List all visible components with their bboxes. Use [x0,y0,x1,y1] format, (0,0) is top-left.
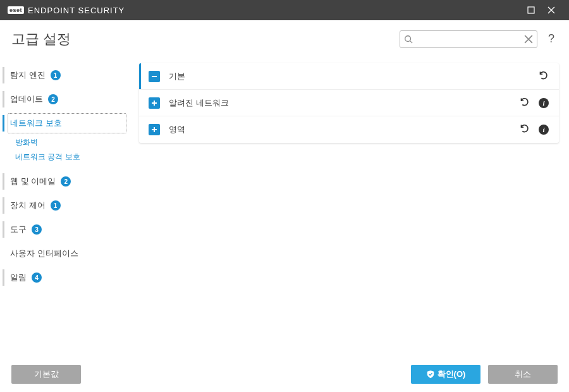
product-name: ENDPOINT SECURITY [28,6,125,15]
brand-logo: eset [8,6,24,14]
section-label: 영역 [169,124,518,135]
content-area: 기본 알려진 네트워크 i [133,58,569,357]
sidebar-item-tools[interactable]: 도구 3 [3,217,130,242]
sidebar-item-label: 사용자 인터페이스 [10,248,78,259]
info-button[interactable]: i [539,98,549,108]
badge: 1 [51,200,61,211]
search-field[interactable] [400,30,537,48]
svg-rect-2 [152,76,157,77]
clear-search-icon[interactable] [524,35,533,44]
sidebar-item-web-email[interactable]: 웹 및 이메일 2 [3,169,130,193]
badge: 3 [32,224,42,235]
header: 고급 설정 ? [0,20,569,58]
sidebar-item-label: 업데이트 [10,94,43,105]
sidebar-item-detection-engine[interactable]: 탐지 엔진 1 [3,63,130,87]
expand-toggle[interactable] [149,97,160,109]
sidebar-item-label: 네트워크 보호 [10,118,62,129]
section-zones[interactable]: 영역 i [139,116,559,143]
undo-icon [518,96,530,107]
maximize-icon [527,6,535,14]
sidebar-item-label: 탐지 엔진 [10,70,46,81]
minus-icon [151,73,157,80]
undo-button[interactable] [518,123,530,137]
undo-button[interactable] [537,70,549,83]
window-close-button[interactable] [541,0,561,20]
info-button[interactable]: i [539,125,549,135]
close-icon [548,6,555,14]
sidebar-item-device-control[interactable]: 장치 제어 1 [3,193,130,217]
sidebar-item-user-interface[interactable]: 사용자 인터페이스 [3,242,130,266]
title-bar: eset ENDPOINT SECURITY [0,0,569,20]
section-basic[interactable]: 기본 [139,63,559,90]
collapse-toggle[interactable] [149,71,160,82]
ok-button[interactable]: 확인(O) [411,365,480,384]
sidebar-item-update[interactable]: 업데이트 2 [3,87,130,111]
badge: 1 [51,70,61,80]
settings-card: 기본 알려진 네트워크 i [139,63,559,143]
default-button[interactable]: 기본값 [11,365,81,384]
ok-button-label: 확인(O) [437,369,466,380]
sidebar-item-label: 알림 [10,272,27,283]
help-button[interactable]: ? [545,32,558,46]
sidebar-item-label: 도구 [10,224,27,235]
page-title: 고급 설정 [11,30,71,49]
expand-toggle[interactable] [149,124,160,135]
footer: 기본값 확인(O) 취소 [0,357,569,392]
badge: 2 [48,94,58,104]
badge: 4 [32,273,42,283]
shield-icon [426,370,435,379]
svg-rect-6 [152,129,157,130]
section-known-networks[interactable]: 알려진 네트워크 i [139,90,559,116]
badge: 2 [61,176,71,187]
cancel-button[interactable]: 취소 [488,365,558,384]
svg-point-1 [405,35,411,41]
search-icon [404,35,413,44]
sidebar-subitem-firewall[interactable]: 방화벽 [3,135,130,150]
section-label: 알려진 네트워크 [169,97,518,109]
undo-icon [518,123,530,134]
sidebar-item-network-protection[interactable]: 네트워크 보호 [3,111,130,135]
sidebar-item-label: 웹 및 이메일 [10,176,56,187]
svg-rect-0 [528,7,534,13]
undo-icon [537,70,549,81]
window-maximize-button[interactable] [521,0,541,20]
search-input[interactable] [413,35,524,44]
sidebar-item-alerts[interactable]: 알림 4 [3,266,130,290]
svg-rect-4 [152,102,157,104]
sidebar: 탐지 엔진 1 업데이트 2 네트워크 보호 방화벽 네트워크 공격 보호 웹 … [0,58,133,357]
body: 탐지 엔진 1 업데이트 2 네트워크 보호 방화벽 네트워크 공격 보호 웹 … [0,58,569,357]
plus-icon [151,126,157,133]
sidebar-item-label: 장치 제어 [10,200,46,211]
section-label: 기본 [169,71,537,82]
sidebar-subitem-network-attack-protection[interactable]: 네트워크 공격 보호 [3,150,130,164]
plus-icon [151,100,157,106]
undo-button[interactable] [518,96,530,110]
